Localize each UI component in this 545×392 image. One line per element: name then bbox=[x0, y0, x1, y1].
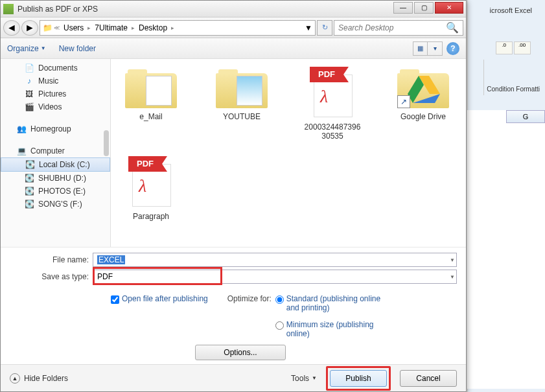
disk-icon: 💽 bbox=[24, 173, 34, 183]
folder-icon: 📁 bbox=[43, 23, 52, 32]
sidebar-item-music[interactable]: ♪Music bbox=[1, 75, 110, 87]
excel-grid[interactable]: G bbox=[467, 110, 545, 389]
chevron-up-icon: ▲ bbox=[10, 373, 20, 384]
folder-youtube[interactable]: YOUTUBE bbox=[209, 67, 274, 141]
optimize-label: Optimize for: bbox=[227, 294, 272, 338]
view-icons-button[interactable]: ▦ bbox=[413, 42, 428, 55]
dialog-footer: ▲ Hide Folders Tools▼ Publish Cancel bbox=[1, 364, 466, 391]
conditional-formatting-button[interactable]: Condition Formatti bbox=[487, 86, 540, 93]
path-7ultimate[interactable]: 7Ultimate bbox=[92, 22, 130, 34]
navigation-sidebar: 📄Documents ♪Music 🖼Pictures 🎬Videos 👥Hom… bbox=[1, 59, 111, 247]
forward-button[interactable]: ► bbox=[21, 20, 38, 36]
options-row: Open file after publishing Optimize for:… bbox=[1, 292, 466, 341]
sidebar-item-songs-f[interactable]: 💽SONG'S (F:) bbox=[1, 198, 110, 211]
disk-icon: 💽 bbox=[24, 186, 34, 196]
search-box[interactable]: 🔍 bbox=[334, 20, 463, 36]
dropdown-icon[interactable]: ▼ bbox=[450, 274, 455, 280]
filename-input[interactable]: EXCEL bbox=[97, 255, 125, 264]
publish-highlight: Publish bbox=[326, 366, 391, 391]
view-dropdown-button[interactable]: ▾ bbox=[428, 42, 442, 55]
disk-icon: 💽 bbox=[24, 199, 34, 209]
close-button[interactable]: ✕ bbox=[435, 2, 463, 14]
address-bar[interactable]: 📁 ≪ Users ▸ 7Ultimate ▸ Desktop ▸ ▼ bbox=[40, 20, 316, 36]
disk-icon: 💽 bbox=[25, 159, 35, 170]
folder-icon bbox=[125, 67, 177, 108]
file-pdf-numeric[interactable]: PDF λ 2000324487396 30535 bbox=[300, 67, 365, 141]
minimize-button[interactable]: — bbox=[393, 2, 413, 14]
sidebar-item-local-disk-c[interactable]: 💽Local Disk (C:) bbox=[1, 157, 110, 172]
open-after-checkbox[interactable]: Open file after publishing bbox=[111, 294, 208, 304]
path-desktop[interactable]: Desktop bbox=[136, 22, 170, 34]
folder-google-drive[interactable]: ↗ Google Drive bbox=[391, 67, 456, 141]
dropdown-icon[interactable]: ▼ bbox=[450, 257, 455, 263]
increase-decimal-button[interactable]: .00 bbox=[514, 41, 531, 54]
filename-label: File name: bbox=[10, 255, 89, 264]
file-list-pane[interactable]: e_Mail YOUTUBE PDF λ 2000324487396 30535 bbox=[111, 59, 466, 247]
pdf-icon: PDF λ bbox=[310, 67, 355, 119]
organize-menu[interactable]: Organize▼ bbox=[7, 44, 46, 53]
refresh-button[interactable]: ↻ bbox=[317, 20, 332, 36]
savetype-field[interactable]: PDF ▼ bbox=[93, 270, 457, 284]
folder-email[interactable]: e_Mail bbox=[119, 67, 183, 141]
folder-icon bbox=[216, 67, 268, 108]
sidebar-item-videos[interactable]: 🎬Videos bbox=[1, 100, 110, 113]
scrollbar-thumb[interactable] bbox=[104, 130, 109, 156]
optimize-minimum-radio[interactable]: Minimum size (publishing online) bbox=[275, 320, 390, 338]
navigation-bar: ◄ ► 📁 ≪ Users ▸ 7Ultimate ▸ Desktop ▸ ▼ … bbox=[1, 17, 466, 38]
form-area: File name: EXCEL ▼ Save as type: PDF ▼ bbox=[1, 247, 466, 292]
titlebar[interactable]: Publish as PDF or XPS — ▢ ✕ bbox=[1, 1, 466, 17]
toolbar: Organize▼ New folder ▦ ▾ ? bbox=[1, 38, 466, 59]
sidebar-item-homegroup[interactable]: 👥Homegroup bbox=[1, 122, 110, 135]
back-button[interactable]: ◄ bbox=[3, 20, 20, 36]
options-button[interactable]: Options... bbox=[195, 345, 286, 360]
excel-app-title: icrosoft Excel bbox=[490, 6, 532, 14]
publish-dialog: Publish as PDF or XPS — ▢ ✕ ◄ ► 📁 ≪ User… bbox=[0, 0, 467, 392]
music-icon: ♪ bbox=[24, 76, 34, 86]
homegroup-icon: 👥 bbox=[16, 124, 27, 134]
pictures-icon: 🖼 bbox=[24, 89, 34, 99]
cancel-button[interactable]: Cancel bbox=[400, 370, 457, 387]
pdf-icon: PDF λ bbox=[128, 156, 174, 208]
sidebar-item-computer[interactable]: 💻Computer bbox=[1, 144, 110, 157]
view-mode-buttons[interactable]: ▦ ▾ bbox=[413, 41, 443, 56]
decrease-decimal-button[interactable]: .0 bbox=[496, 41, 513, 54]
optimize-standard-radio[interactable]: Standard (publishing online and printing… bbox=[275, 294, 390, 312]
sidebar-item-documents[interactable]: 📄Documents bbox=[1, 62, 110, 75]
file-pdf-paragraph[interactable]: PDF λ Paragraph bbox=[119, 156, 183, 221]
computer-icon: 💻 bbox=[16, 146, 27, 156]
publish-button[interactable]: Publish bbox=[330, 370, 387, 387]
documents-icon: 📄 bbox=[24, 63, 34, 73]
dialog-title: Publish as PDF or XPS bbox=[17, 5, 98, 14]
tools-menu[interactable]: Tools▼ bbox=[291, 374, 317, 383]
column-header-g[interactable]: G bbox=[506, 110, 545, 123]
videos-icon: 🎬 bbox=[24, 102, 34, 112]
google-drive-icon: ↗ bbox=[397, 67, 449, 108]
hide-folders-button[interactable]: ▲ Hide Folders bbox=[10, 373, 68, 384]
sidebar-item-photos-e[interactable]: 💽PHOTOS (E:) bbox=[1, 185, 110, 198]
sidebar-item-pictures[interactable]: 🖼Pictures bbox=[1, 87, 110, 100]
search-icon: 🔍 bbox=[446, 21, 459, 34]
maximize-button[interactable]: ▢ bbox=[414, 2, 434, 14]
savetype-label: Save as type: bbox=[10, 272, 89, 281]
search-input[interactable] bbox=[338, 23, 446, 32]
help-button[interactable]: ? bbox=[446, 42, 459, 55]
filename-field[interactable]: EXCEL ▼ bbox=[93, 253, 457, 267]
path-users[interactable]: Users bbox=[61, 22, 86, 34]
excel-icon bbox=[3, 4, 14, 14]
excel-background: icrosoft Excel .0 .00 Condition Formatti… bbox=[467, 0, 545, 392]
sidebar-item-shubhu-d[interactable]: 💽SHUBHU (D:) bbox=[1, 172, 110, 185]
shortcut-icon: ↗ bbox=[397, 95, 410, 108]
savetype-value: PDF bbox=[97, 272, 113, 281]
new-folder-button[interactable]: New folder bbox=[59, 44, 96, 53]
